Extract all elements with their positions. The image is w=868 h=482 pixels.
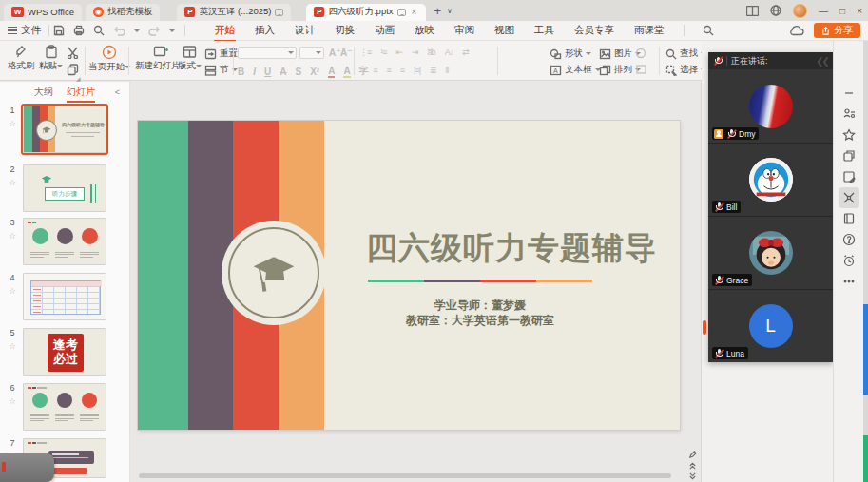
menu-tab-rainclass[interactable]: 雨课堂 <box>633 22 665 39</box>
play-from-current-button[interactable]: 当页开始 <box>88 45 130 73</box>
font-size-select[interactable] <box>299 47 324 59</box>
align-left-icon[interactable]: ≡ <box>359 66 363 76</box>
next-slide-icon[interactable] <box>688 472 697 480</box>
horizontal-scrollbar[interactable] <box>139 473 671 478</box>
slide-star-icon[interactable]: ☆ <box>6 119 19 128</box>
bold-button[interactable]: B <box>238 67 244 77</box>
participant-tile-luna[interactable]: L Luna <box>708 289 833 362</box>
menu-tab-view[interactable]: 视图 <box>493 22 515 39</box>
menu-tab-animation[interactable]: 动画 <box>374 22 395 39</box>
superscript-button[interactable]: X² <box>310 67 319 77</box>
bullet-list-icon[interactable]: ⋮≡ <box>359 48 371 57</box>
font-name-select[interactable] <box>238 47 297 59</box>
slide-thumbnail-5[interactable]: 逢考必过 <box>23 328 106 376</box>
menu-tab-home[interactable]: 开始 <box>214 22 236 39</box>
slide-thumbnail-6[interactable] <box>23 383 106 431</box>
slide-info-text[interactable]: 学业导师：董梦媛 教研室：大学英语第一教研室 <box>368 298 592 328</box>
canvas-pen-icon[interactable] <box>688 451 697 459</box>
share-button[interactable]: 分享 <box>814 23 860 38</box>
italic-button[interactable]: I <box>253 67 256 77</box>
textbox-button[interactable]: A 文本框 <box>550 64 601 76</box>
menu-tab-design[interactable]: 设计 <box>294 22 316 39</box>
undo-icon[interactable] <box>113 25 125 36</box>
search-icon[interactable] <box>703 25 714 36</box>
mic-muted-icon[interactable] <box>713 56 723 67</box>
slide-thumbnail-1[interactable]: 四六级听力专题辅导 <box>23 106 106 153</box>
phonetic-guide-icon[interactable]: a̅b <box>428 48 435 57</box>
menu-tab-member[interactable]: 会员专享 <box>573 22 615 39</box>
save-icon[interactable] <box>53 25 65 36</box>
justify-icon[interactable]: ≡ <box>400 66 404 76</box>
tab-wps-office[interactable]: W WPS Office <box>4 4 82 21</box>
numbered-list-icon[interactable]: ¹≡ <box>380 48 386 57</box>
insert-chart-icon[interactable] <box>635 48 647 59</box>
increase-font-icon[interactable]: A⁺ <box>329 48 341 58</box>
slide-thumbnail-3[interactable] <box>23 218 106 265</box>
previous-slide-icon[interactable] <box>688 462 697 470</box>
chart-edit-icon[interactable] <box>839 166 859 187</box>
redo-caret-icon[interactable] <box>169 29 175 35</box>
favorite-star-icon[interactable] <box>839 125 859 145</box>
slide-thumbnail-4[interactable] <box>23 273 106 320</box>
split-view-icon[interactable] <box>746 6 759 16</box>
participant-tile-dmy[interactable]: Dmy <box>708 69 833 143</box>
tab-list-caret-icon[interactable]: ∨ <box>447 7 453 15</box>
layout-button[interactable]: 版式 <box>178 45 202 72</box>
decrease-font-icon[interactable]: A⁻ <box>340 48 353 58</box>
outline-tab[interactable]: 大纲 <box>34 86 53 99</box>
new-tab-button[interactable]: + <box>434 4 441 18</box>
shadow-button[interactable]: S <box>295 67 301 77</box>
print-preview-icon[interactable] <box>93 25 105 36</box>
slide-star-icon[interactable]: ☆ <box>6 286 19 296</box>
highlight-color-button[interactable]: A <box>343 66 350 78</box>
undo-caret-icon[interactable] <box>134 29 140 35</box>
slide-star-icon[interactable]: ☆ <box>6 341 19 351</box>
current-slide[interactable]: 四六级听力专题辅导 学业导师：董梦媛 教研室：大学英语第一教研室 <box>138 121 680 430</box>
participant-tile-bill[interactable]: Bill <box>708 143 833 216</box>
participant-tile-grace[interactable]: Grace <box>708 216 833 289</box>
floating-widget[interactable] <box>0 453 54 482</box>
paste-button[interactable]: 粘贴 <box>39 45 63 72</box>
cloud-sync-icon[interactable] <box>789 26 804 36</box>
slide-thumbnail-2[interactable]: 听力步骤 <box>23 164 106 212</box>
underline-button[interactable]: U <box>264 67 271 77</box>
find-button[interactable]: 查找 <box>665 48 706 60</box>
slide-star-icon[interactable]: ☆ <box>6 178 19 187</box>
tab-presentation-active[interactable]: P 四六级听力.pptx × <box>306 4 426 21</box>
window-close-button[interactable]: × <box>857 6 862 16</box>
increase-indent-icon[interactable]: ⇥ <box>412 48 418 57</box>
editing-canvas[interactable]: 四六级听力专题辅导 学业导师：董梦媛 教研室：大学英语第一教研室 <box>131 82 702 482</box>
dialog-launcher-icon[interactable]: ◢ <box>76 75 81 82</box>
slides-tab[interactable]: 幻灯片 <box>67 86 95 99</box>
print-icon[interactable] <box>73 25 85 36</box>
text-direction-icon[interactable]: A↓ <box>445 48 453 57</box>
align-center-icon[interactable]: ≡ <box>373 66 376 76</box>
file-menu[interactable]: 文件 <box>0 24 48 37</box>
collapse-panel-icon[interactable]: < <box>115 87 120 97</box>
menu-tab-review[interactable]: 审阅 <box>453 22 475 39</box>
user-avatar[interactable] <box>793 4 807 18</box>
globe-icon[interactable] <box>770 5 781 16</box>
menu-tab-tools[interactable]: 工具 <box>533 22 555 39</box>
slide-title-text[interactable]: 四六级听力专题辅导 <box>366 227 670 270</box>
shapes-button[interactable]: 形状 <box>550 48 591 60</box>
insert-media-icon[interactable] <box>635 64 647 75</box>
distribute-icon[interactable]: |≡| <box>414 66 420 76</box>
duplicate-slide-icon[interactable] <box>839 145 859 166</box>
columns-icon[interactable]: ⫴ <box>446 66 449 76</box>
collapse-dash-icon[interactable] <box>839 83 859 104</box>
tab-presentation-1[interactable]: P 英汉互译 (...2025) <box>177 4 291 21</box>
tab-docer-templates[interactable]: ◉ 找稻壳模板 <box>86 4 161 21</box>
notebook-icon[interactable] <box>839 208 859 229</box>
cut-icon[interactable] <box>67 47 79 59</box>
more-options-icon[interactable] <box>839 271 859 292</box>
collapse-panel-chevrons-icon[interactable]: ❮❮ <box>816 56 828 67</box>
menu-tab-insert[interactable]: 插入 <box>254 22 276 39</box>
align-right-icon[interactable]: ≡ <box>387 66 391 76</box>
slide-star-icon[interactable]: ☆ <box>6 396 19 406</box>
task-history-icon[interactable] <box>839 250 859 271</box>
help-icon[interactable] <box>839 229 859 250</box>
redo-icon[interactable] <box>148 25 161 36</box>
window-minimize-button[interactable]: — <box>819 6 828 16</box>
decrease-indent-icon[interactable]: ⇤ <box>396 48 403 57</box>
